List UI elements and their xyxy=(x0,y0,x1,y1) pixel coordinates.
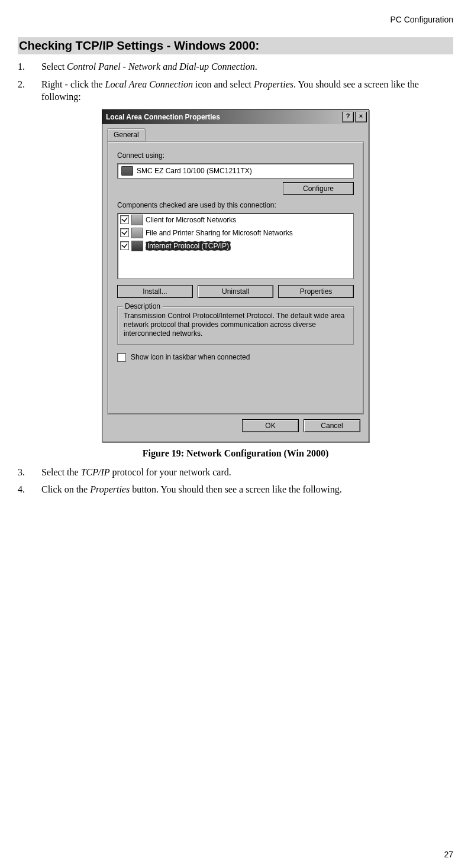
components-label: Components checked are used by this conn… xyxy=(117,201,354,209)
page-number: 27 xyxy=(444,850,453,859)
list-item[interactable]: Client for Microsoft Networks xyxy=(118,213,353,226)
step-list-continued: Select the TCP/IP protocol for your netw… xyxy=(18,466,453,496)
nic-icon xyxy=(121,166,133,176)
description-groupbox: Description Transmission Control Protoco… xyxy=(117,306,354,345)
step-emphasis: Control Panel - Network and Dial-up Conn… xyxy=(67,61,255,72)
configure-button[interactable]: Configure xyxy=(283,182,354,195)
adapter-name: SMC EZ Card 10/100 (SMC1211TX) xyxy=(137,167,252,175)
cancel-button[interactable]: Cancel xyxy=(304,419,360,432)
show-icon-label: Show icon in taskbar when connected xyxy=(131,353,250,361)
step-2: Right - click the Local Area Connection … xyxy=(18,78,453,103)
step-1: Select Control Panel - Network and Dial-… xyxy=(18,60,453,73)
checkbox-icon[interactable] xyxy=(120,228,129,237)
checkbox-icon[interactable] xyxy=(120,215,129,224)
step-emphasis: Local Area Connection xyxy=(105,79,193,89)
step-text: Select xyxy=(41,61,67,72)
protocol-icon xyxy=(131,241,143,251)
step-text: icon and select xyxy=(193,79,254,89)
figure-wrap: Local Area Connection Properties ? × Gen… xyxy=(18,109,453,442)
install-button[interactable]: Install... xyxy=(117,285,193,298)
help-button[interactable]: ? xyxy=(342,112,354,122)
running-header: PC Configuration xyxy=(18,15,453,24)
list-item[interactable]: File and Printer Sharing for Microsoft N… xyxy=(118,226,353,239)
step-text: protocol for your network card. xyxy=(110,467,231,477)
step-4: Click on the Properties button. You shou… xyxy=(18,483,453,496)
dialog-title: Local Area Connection Properties xyxy=(106,113,220,121)
components-listbox[interactable]: Client for Microsoft Networks File and P… xyxy=(117,213,354,279)
step-text: . xyxy=(255,61,257,72)
step-text: button. You should then see a screen lik… xyxy=(130,484,342,494)
description-legend: Description xyxy=(122,302,163,310)
properties-button[interactable]: Properties xyxy=(278,285,354,298)
ok-button[interactable]: OK xyxy=(242,419,299,432)
list-item-selected[interactable]: Internet Protocol (TCP/IP) xyxy=(118,239,353,252)
step-text: Right - click the xyxy=(41,79,105,89)
tab-strip: General xyxy=(107,128,364,141)
description-text: Transmission Control Protocol/Internet P… xyxy=(124,312,347,338)
checkbox-icon[interactable] xyxy=(120,241,129,250)
list-item-label: File and Printer Sharing for Microsoft N… xyxy=(146,229,293,237)
step-3: Select the TCP/IP protocol for your netw… xyxy=(18,466,453,479)
step-emphasis: TCP/IP xyxy=(81,467,110,477)
client-icon xyxy=(131,215,143,225)
list-item-label: Internet Protocol (TCP/IP) xyxy=(146,241,231,251)
step-text: Click on the xyxy=(41,484,90,494)
step-text: Select the xyxy=(41,467,81,477)
adapter-field[interactable]: SMC EZ Card 10/100 (SMC1211TX) xyxy=(117,163,354,179)
step-list: Select Control Panel - Network and Dial-… xyxy=(18,60,453,103)
show-icon-checkbox[interactable] xyxy=(117,353,126,362)
step-emphasis: Properties xyxy=(254,79,293,89)
tab-panel-general: Connect using: SMC EZ Card 10/100 (SMC12… xyxy=(107,141,364,414)
dialog-local-area-connection-properties: Local Area Connection Properties ? × Gen… xyxy=(102,109,369,442)
list-item-label: Client for Microsoft Networks xyxy=(146,216,236,224)
dialog-titlebar[interactable]: Local Area Connection Properties ? × xyxy=(102,110,369,124)
connect-using-label: Connect using: xyxy=(117,151,354,160)
uninstall-button[interactable]: Uninstall xyxy=(198,285,273,298)
section-heading: Checking TCP/IP Settings - Windows 2000: xyxy=(18,37,453,54)
dialog-footer: OK Cancel xyxy=(107,414,364,437)
step-emphasis: Properties xyxy=(90,484,130,494)
file-print-icon xyxy=(131,228,143,238)
close-button[interactable]: × xyxy=(355,112,367,122)
figure-caption: Figure 19: Network Configuration (Win 20… xyxy=(18,448,453,459)
tab-general[interactable]: General xyxy=(107,128,146,141)
